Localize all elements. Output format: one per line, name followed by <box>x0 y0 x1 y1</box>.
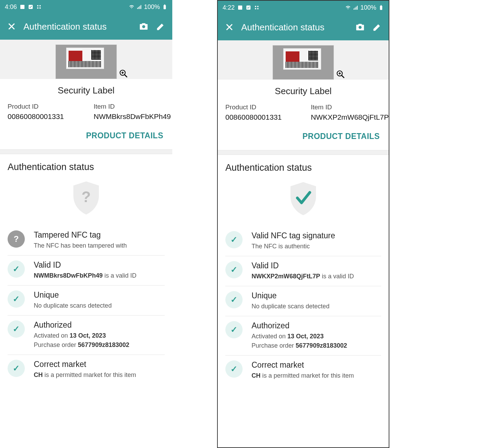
status-row: ✓ Valid ID NWKXP2mW68QjFtL7P is a valid … <box>225 256 381 286</box>
close-icon[interactable] <box>224 22 234 33</box>
status-badge-ok: ✓ <box>8 260 25 278</box>
svg-rect-29 <box>381 5 382 6</box>
status-row: ? Tampered NFC tag The NFC has been tamp… <box>8 226 165 256</box>
status-time: 4:06 <box>5 3 17 11</box>
shield-icon <box>288 181 319 216</box>
svg-point-2 <box>37 5 39 7</box>
camera-icon[interactable] <box>355 22 365 33</box>
product-id-value: 00860080001331 <box>8 112 80 121</box>
wifi-icon <box>129 4 134 10</box>
status-badge-ok: ✓ <box>8 320 25 338</box>
status-list: ? Tampered NFC tag The NFC has been tamp… <box>8 226 165 385</box>
svg-rect-9 <box>141 5 141 9</box>
status-row: ✓ Valid ID NWMBkrs8DwFbKPh49 is a valid … <box>8 256 165 286</box>
edit-icon[interactable] <box>156 21 166 33</box>
check-icon <box>28 4 33 10</box>
status-sub: No duplicate scans detected <box>252 302 381 311</box>
battery-icon <box>378 5 384 10</box>
status-sub: The NFC is authentic <box>252 242 381 251</box>
product-id-value: 00860080001331 <box>225 113 297 121</box>
status-bar: 4:06 100% <box>0 0 172 14</box>
product-image[interactable] <box>273 45 334 80</box>
svg-point-22 <box>255 8 256 9</box>
screen-right: 4:22 100% Authentication status Security… <box>217 0 389 448</box>
svg-rect-6 <box>137 8 138 9</box>
status-title: Valid NFC tag signature <box>252 231 381 240</box>
image-icon <box>20 4 25 10</box>
security-label-title: Security Label <box>218 80 389 103</box>
status-list: ✓ Valid NFC tag signature The NFC is aut… <box>225 226 381 385</box>
status-title: Unique <box>252 291 381 300</box>
status-row: ✓ Unique No duplicate scans detected <box>8 286 165 316</box>
svg-rect-18 <box>238 6 242 10</box>
svg-text:?: ? <box>82 188 91 205</box>
battery-text: 100% <box>144 3 160 11</box>
svg-rect-26 <box>356 7 357 10</box>
auth-section-title: Authentication status <box>225 162 381 173</box>
check-icon <box>246 5 251 10</box>
status-title: Correct market <box>34 360 165 369</box>
status-row: ✓ Correct market CH is a permitted marke… <box>8 355 165 385</box>
svg-line-14 <box>124 74 127 77</box>
status-sub-extra: Purchase order 5677909z8183002 <box>34 340 165 350</box>
camera-icon[interactable] <box>139 21 149 33</box>
status-sub: NWKXP2mW68QjFtL7P is a valid ID <box>252 272 381 281</box>
status-badge-ok: ✓ <box>225 360 243 378</box>
svg-point-21 <box>257 6 258 7</box>
status-row: ✓ Authorized Activated on 13 Oct, 2023 P… <box>225 316 381 356</box>
svg-point-12 <box>142 25 145 28</box>
grid-icon <box>254 5 259 10</box>
svg-line-32 <box>341 75 344 78</box>
image-icon <box>237 5 243 10</box>
svg-rect-0 <box>20 5 24 9</box>
status-title: Tampered NFC tag <box>34 230 165 240</box>
status-sub: Activated on 13 Oct, 2023 <box>252 332 381 341</box>
section-divider <box>218 150 389 155</box>
status-time: 4:22 <box>223 4 235 11</box>
svg-rect-10 <box>164 5 166 9</box>
status-row: ✓ Correct market CH is a permitted marke… <box>225 356 381 385</box>
status-sub: NWMBkrs8DwFbKPh49 is a valid ID <box>34 271 165 280</box>
grid-icon <box>36 4 42 10</box>
status-sub: The NFC has been tampered with <box>34 241 165 250</box>
status-badge-ok: ✓ <box>225 231 243 248</box>
svg-rect-25 <box>355 8 355 10</box>
svg-rect-28 <box>380 6 382 10</box>
product-details-link[interactable]: PRODUCT DETAILS <box>0 128 172 149</box>
product-image[interactable] <box>55 44 117 79</box>
hero-section: Security Label Product ID 00860080001331… <box>218 40 389 150</box>
item-id-label: Item ID <box>94 103 171 110</box>
svg-point-20 <box>255 6 256 7</box>
status-sub: CH is a permitted market for this item <box>252 371 381 380</box>
status-badge-ok: ✓ <box>225 321 243 338</box>
svg-rect-24 <box>354 9 354 10</box>
section-divider <box>0 149 172 154</box>
zoom-icon[interactable] <box>336 70 345 79</box>
status-badge-ok: ✓ <box>225 291 243 308</box>
auth-section-title: Authentication status <box>8 162 165 172</box>
svg-point-3 <box>39 5 41 7</box>
status-title: Valid ID <box>252 261 381 270</box>
zoom-icon[interactable] <box>119 69 128 78</box>
status-title: Valid ID <box>34 260 165 270</box>
item-id-value: NWMBkrs8DwFbKPh49 <box>94 112 171 121</box>
status-badge-ok: ✓ <box>225 261 243 278</box>
signal-icon <box>353 5 358 10</box>
status-badge-ok: ✓ <box>8 360 25 377</box>
product-details-link[interactable]: PRODUCT DETAILS <box>218 128 389 150</box>
status-title: Unique <box>34 290 165 300</box>
status-sub: CH is a permitted market for this item <box>34 370 165 380</box>
battery-text: 100% <box>360 4 376 11</box>
status-title: Authorized <box>34 320 165 330</box>
status-bar: 4:22 100% <box>218 1 389 14</box>
svg-point-5 <box>39 7 41 9</box>
battery-icon <box>162 4 167 10</box>
status-sub-extra: Purchase order 5677909z8183002 <box>252 341 381 350</box>
hero-section: Security Label Product ID 00860080001331… <box>0 40 172 149</box>
close-icon[interactable] <box>6 21 17 33</box>
item-id-label: Item ID <box>311 103 389 111</box>
status-title: Authorized <box>252 321 381 330</box>
product-id-label: Product ID <box>225 103 297 111</box>
status-sub: Activated on 13 Oct, 2023 <box>34 331 165 340</box>
edit-icon[interactable] <box>372 22 382 33</box>
